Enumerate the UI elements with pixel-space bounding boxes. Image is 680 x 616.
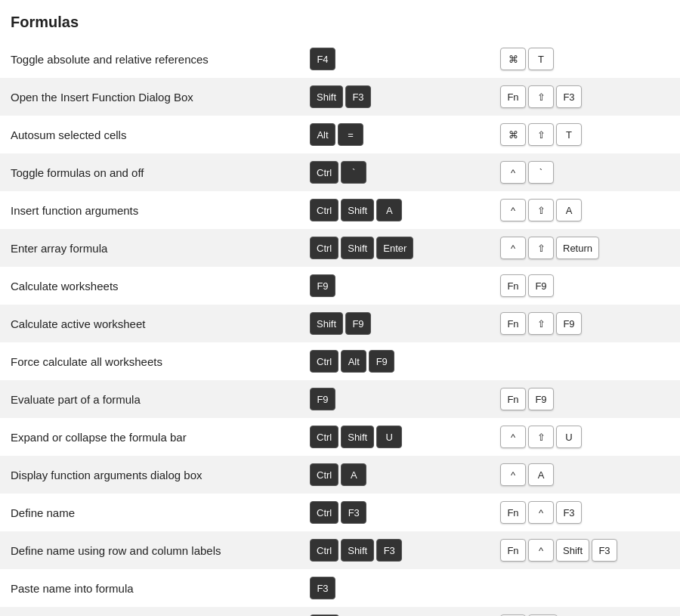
key-badge: Fn <box>500 501 526 524</box>
key-badge: A <box>556 199 582 221</box>
key-badge: F3 <box>556 501 582 524</box>
key-badge: Enter <box>376 237 413 259</box>
shortcut-label: Calculate worksheets <box>0 267 299 305</box>
win-keys: CtrlShiftF3 <box>299 531 490 569</box>
mac-keys: FnF9 <box>490 380 680 418</box>
key-badge: F9 <box>345 312 371 335</box>
key-badge: Shift <box>341 426 374 448</box>
key-badge: ⇧ <box>528 199 554 221</box>
key-badge: F9 <box>310 388 335 410</box>
key-badge: Fn <box>500 539 526 562</box>
mac-keys: Fn^ShiftF3 <box>490 531 680 569</box>
key-badge: Fn <box>500 388 526 410</box>
win-keys: F4 <box>299 40 490 78</box>
win-keys: CtrlF3 <box>299 494 490 531</box>
key-badge: Shift <box>556 539 589 562</box>
win-keys: CtrlShiftA <box>299 191 490 229</box>
table-row: Toggle formulas on and offCtrl`^` <box>0 153 680 191</box>
shortcut-label: Insert function arguments <box>0 191 299 229</box>
key-badge: F9 <box>369 350 394 373</box>
key-badge: F3 <box>376 539 402 562</box>
shortcut-label: Evaluate part of a formula <box>0 380 299 418</box>
mac-keys: ^⇧U <box>490 418 680 456</box>
key-badge: Shift <box>310 312 343 335</box>
table-row: Force calculate all worksheetsCtrlAltF9 <box>0 342 680 380</box>
key-badge: A <box>528 463 554 486</box>
key-badge: F3 <box>341 501 366 524</box>
key-badge: A <box>341 463 366 486</box>
shortcut-label: Define name using row and column labels <box>0 531 299 569</box>
key-badge: T <box>556 123 582 146</box>
key-badge: F9 <box>556 312 582 335</box>
key-badge: ⇧ <box>528 312 554 335</box>
key-badge: F3 <box>345 85 371 108</box>
key-badge: Shift <box>310 85 343 108</box>
shortcut-label: Toggle absolute and relative references <box>0 40 299 78</box>
key-badge: F3 <box>310 577 335 599</box>
key-badge: Ctrl <box>310 161 338 184</box>
mac-keys <box>490 569 680 607</box>
key-badge: Shift <box>341 199 374 221</box>
table-row: Calculate active worksheetShiftF9Fn⇧F9 <box>0 305 680 342</box>
table-row: Open the Insert Function Dialog BoxShift… <box>0 78 680 116</box>
mac-keys: ^A <box>490 456 680 494</box>
mac-keys: FnF9 <box>490 267 680 305</box>
shortcut-label: Calculate active worksheet <box>0 305 299 342</box>
key-badge: Fn <box>500 312 526 335</box>
key-badge: Ctrl <box>310 199 338 221</box>
table-row: Toggle absolute and relative referencesF… <box>0 40 680 78</box>
mac-keys <box>490 342 680 380</box>
section-title: Formulas <box>0 0 680 40</box>
key-badge: F9 <box>528 388 554 410</box>
key-badge: ⇧ <box>528 123 554 146</box>
table-row: Display function arguments dialog boxCtr… <box>0 456 680 494</box>
table-row: Autosum selected cellsAlt=⌘⇧T <box>0 116 680 153</box>
key-badge: Alt <box>341 350 366 373</box>
mac-keys: Fn⇧F9 <box>490 305 680 342</box>
key-badge: Return <box>556 237 599 259</box>
key-badge: ^ <box>500 161 526 184</box>
mac-keys: Fn^F3 <box>490 494 680 531</box>
win-keys: F9 <box>299 380 490 418</box>
table-row: Define nameCtrlF3Fn^F3 <box>0 494 680 531</box>
win-keys: Tab <box>299 607 490 616</box>
shortcut-label: Enter array formula <box>0 229 299 267</box>
win-keys: ShiftF3 <box>299 78 490 116</box>
table-row: Insert function argumentsCtrlShiftA^⇧A <box>0 191 680 229</box>
key-badge: Shift <box>341 539 374 562</box>
mac-keys: ⌘⇧T <box>490 116 680 153</box>
win-keys: Ctrl` <box>299 153 490 191</box>
shortcut-label: Force calculate all worksheets <box>0 342 299 380</box>
key-badge: ⇧ <box>528 85 554 108</box>
key-badge: F4 <box>310 48 335 70</box>
win-keys: CtrlShiftEnter <box>299 229 490 267</box>
key-badge: ^ <box>500 426 526 448</box>
shortcut-label: Define name <box>0 494 299 531</box>
table-row: Paste name into formulaF3 <box>0 569 680 607</box>
key-badge: Ctrl <box>310 426 338 448</box>
key-badge: Fn <box>500 274 526 297</box>
key-badge: F3 <box>556 85 582 108</box>
mac-keys: ^⇧A <box>490 191 680 229</box>
key-badge: F3 <box>592 539 617 562</box>
key-badge: ` <box>528 161 554 184</box>
key-badge: T <box>528 48 554 70</box>
key-badge: Ctrl <box>310 539 338 562</box>
mac-keys: ↓Tab <box>490 607 680 616</box>
win-keys: CtrlAltF9 <box>299 342 490 380</box>
key-badge: ^ <box>500 463 526 486</box>
shortcut-label: Paste name into formula <box>0 569 299 607</box>
key-badge: Ctrl <box>310 350 338 373</box>
key-badge: U <box>376 426 402 448</box>
key-badge: Ctrl <box>310 237 338 259</box>
key-badge: ^ <box>500 199 526 221</box>
win-keys: CtrlA <box>299 456 490 494</box>
mac-keys: Fn⇧F3 <box>490 78 680 116</box>
key-badge: ^ <box>528 501 554 524</box>
shortcut-label: Autosum selected cells <box>0 116 299 153</box>
key-badge: ^ <box>528 539 554 562</box>
shortcuts-table: Toggle absolute and relative referencesF… <box>0 40 680 616</box>
shortcut-label: Display function arguments dialog box <box>0 456 299 494</box>
key-badge: ⇧ <box>528 426 554 448</box>
key-badge: Shift <box>341 237 374 259</box>
